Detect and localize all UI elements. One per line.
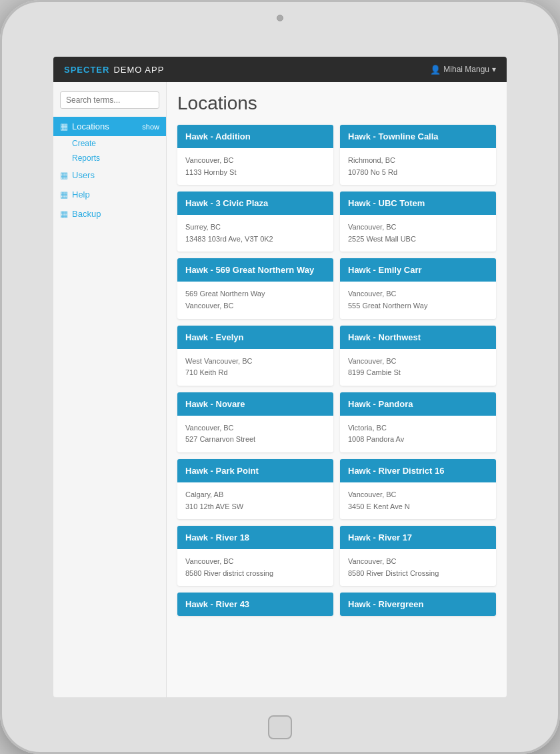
page-title: Locations [177, 93, 496, 114]
location-card-body: Calgary, AB310 12th AVE SW [177, 482, 333, 519]
location-card-address: Vancouver, BC8580 River district crossin… [185, 556, 325, 579]
users-icon: ▦ [60, 170, 68, 180]
location-card-address: Vancouver, BC527 Carnarvon Street [185, 422, 325, 446]
tablet-frame: SPECTER DEMO APP 👤 Mihai Mangu ▾ ▦ Locat… [0, 0, 560, 754]
location-card-header: Hawk - River 17 [340, 526, 496, 549]
sidebar-backup-label: Backup [72, 209, 159, 219]
location-card-title: Hawk - Addition [185, 131, 325, 141]
location-card-body: Victoria, BC1008 Pandora Av [340, 416, 496, 452]
location-card-body: Vancouver, BC1133 Hornby St [177, 148, 333, 185]
location-card[interactable]: Hawk - River 18 Vancouver, BC8580 River … [177, 526, 333, 586]
sidebar-item-reports[interactable]: Reports [53, 151, 166, 165]
chevron-down-icon: ▾ [492, 65, 496, 74]
location-card-header: Hawk - River 18 [177, 526, 333, 549]
create-label: Create [72, 139, 96, 148]
locations-badge: show [142, 123, 159, 131]
location-card-body: Vancouver, BC8580 River district crossin… [177, 549, 333, 586]
location-card-body: Surrey, BC13483 103rd Ave, V3T 0K2 [177, 215, 333, 252]
location-card-title: Hawk - Emily Carr [348, 265, 488, 275]
location-card[interactable]: Hawk - 3 Civic Plaza Surrey, BC13483 103… [177, 192, 333, 252]
locations-grid: Hawk - Addition Vancouver, BC1133 Hornby… [177, 125, 496, 616]
location-card-header: Hawk - Park Point [177, 459, 333, 482]
location-card-header: Hawk - Evelyn [177, 326, 333, 349]
location-card-header: Hawk - UBC Totem [340, 192, 496, 215]
brand-specter: SPECTER [64, 65, 109, 75]
user-icon: 👤 [430, 65, 441, 75]
location-card[interactable]: Hawk - Pandora Victoria, BC1008 Pandora … [340, 392, 496, 452]
location-card-address: Vancouver, BC1133 Hornby St [185, 155, 325, 178]
top-nav: SPECTER DEMO APP 👤 Mihai Mangu ▾ [53, 57, 507, 82]
location-card[interactable]: Hawk - Rivergreen [340, 593, 496, 616]
location-card-body: 569 Great Northern WayVancouver, BC [177, 282, 333, 318]
location-card[interactable]: Hawk - River 43 [177, 593, 333, 616]
location-card-title: Hawk - UBC Totem [348, 198, 488, 208]
location-card-body: West Vancouver, BC710 Keith Rd [177, 349, 333, 386]
location-card[interactable]: Hawk - Emily Carr Vancouver, BC555 Great… [340, 258, 496, 318]
location-card-header: Hawk - Rivergreen [340, 593, 496, 616]
tablet-home-button[interactable] [268, 715, 292, 739]
location-card-body: Vancouver, BC8580 River District Crossin… [340, 549, 496, 586]
location-card[interactable]: Hawk - River District 16 Vancouver, BC34… [340, 459, 496, 519]
sidebar-help-label: Help [72, 190, 159, 200]
location-card-header: Hawk - 569 Great Northern Way [177, 258, 333, 282]
location-card-address: Calgary, AB310 12th AVE SW [185, 489, 325, 512]
location-card-address: Victoria, BC1008 Pandora Av [348, 422, 488, 446]
user-name: Mihai Mangu [443, 65, 489, 74]
location-card-title: Hawk - 569 Great Northern Way [185, 265, 325, 275]
location-card-body: Vancouver, BC2525 West Mall UBC [340, 215, 496, 252]
location-card-header: Hawk - Emily Carr [340, 258, 496, 282]
location-card-title: Hawk - Park Point [185, 466, 325, 476]
location-card-title: Hawk - 3 Civic Plaza [185, 198, 325, 208]
sidebar-item-locations[interactable]: ▦ Locations show [53, 117, 166, 136]
search-box[interactable] [60, 91, 159, 109]
location-card-title: Hawk - Northwest [348, 332, 488, 342]
location-card-address: Vancouver, BC8199 Cambie St [348, 356, 488, 379]
location-card-address: Vancouver, BC3450 E Kent Ave N [348, 489, 488, 512]
tablet-screen: SPECTER DEMO APP 👤 Mihai Mangu ▾ ▦ Locat… [53, 57, 507, 697]
content-area: Locations Hawk - Addition Vancouver, BC1… [167, 82, 507, 697]
sidebar-item-help[interactable]: ▦ Help [53, 185, 166, 204]
location-card-address: Vancouver, BC555 Great Northern Way [348, 288, 488, 312]
sidebar-item-users[interactable]: ▦ Users [53, 165, 166, 185]
brand: SPECTER DEMO APP [64, 65, 164, 75]
location-card[interactable]: Hawk - UBC Totem Vancouver, BC2525 West … [340, 192, 496, 252]
location-card-body: Vancouver, BC555 Great Northern Way [340, 282, 496, 318]
location-card-title: Hawk - River 43 [185, 599, 325, 609]
location-card-body: Vancouver, BC8199 Cambie St [340, 349, 496, 386]
reports-label: Reports [72, 153, 100, 163]
location-card-title: Hawk - Townline Calla [348, 131, 488, 141]
location-card-title: Hawk - Rivergreen [348, 599, 488, 609]
tablet-camera [277, 15, 283, 21]
location-card[interactable]: Hawk - Addition Vancouver, BC1133 Hornby… [177, 125, 333, 185]
location-card-title: Hawk - Pandora [348, 399, 488, 409]
sidebar-item-create[interactable]: Create [53, 136, 166, 151]
location-card[interactable]: Hawk - 569 Great Northern Way 569 Great … [177, 258, 333, 318]
sidebar-item-backup[interactable]: ▦ Backup [53, 204, 166, 224]
location-card-address: West Vancouver, BC710 Keith Rd [185, 356, 325, 379]
search-input[interactable] [60, 91, 159, 109]
location-card[interactable]: Hawk - Townline Calla Richmond, BC10780 … [340, 125, 496, 185]
sidebar-users-label: Users [72, 170, 159, 180]
location-card-title: Hawk - Novare [185, 399, 325, 409]
location-card[interactable]: Hawk - River 17 Vancouver, BC8580 River … [340, 526, 496, 586]
location-card-header: Hawk - River 43 [177, 593, 333, 616]
location-card-header: Hawk - Northwest [340, 326, 496, 349]
locations-icon: ▦ [60, 121, 68, 131]
location-card[interactable]: Hawk - Novare Vancouver, BC527 Carnarvon… [177, 392, 333, 452]
location-card[interactable]: Hawk - Northwest Vancouver, BC8199 Cambi… [340, 326, 496, 386]
location-card-header: Hawk - Pandora [340, 392, 496, 416]
main-area: ▦ Locations show Create Reports ▦ Users … [53, 82, 507, 697]
location-card[interactable]: Hawk - Park Point Calgary, AB310 12th AV… [177, 459, 333, 519]
location-card-header: Hawk - Townline Calla [340, 125, 496, 148]
location-card-header: Hawk - 3 Civic Plaza [177, 192, 333, 215]
help-icon: ▦ [60, 190, 68, 200]
brand-demo: DEMO APP [113, 65, 164, 75]
backup-icon: ▦ [60, 209, 68, 219]
sidebar-locations-label: Locations [72, 121, 138, 131]
location-card-header: Hawk - River District 16 [340, 459, 496, 482]
location-card-title: Hawk - River 18 [185, 532, 325, 542]
location-card-address: 569 Great Northern WayVancouver, BC [185, 288, 325, 312]
user-menu[interactable]: 👤 Mihai Mangu ▾ [430, 65, 496, 75]
location-card-body: Richmond, BC10780 No 5 Rd [340, 148, 496, 185]
location-card[interactable]: Hawk - Evelyn West Vancouver, BC710 Keit… [177, 326, 333, 386]
